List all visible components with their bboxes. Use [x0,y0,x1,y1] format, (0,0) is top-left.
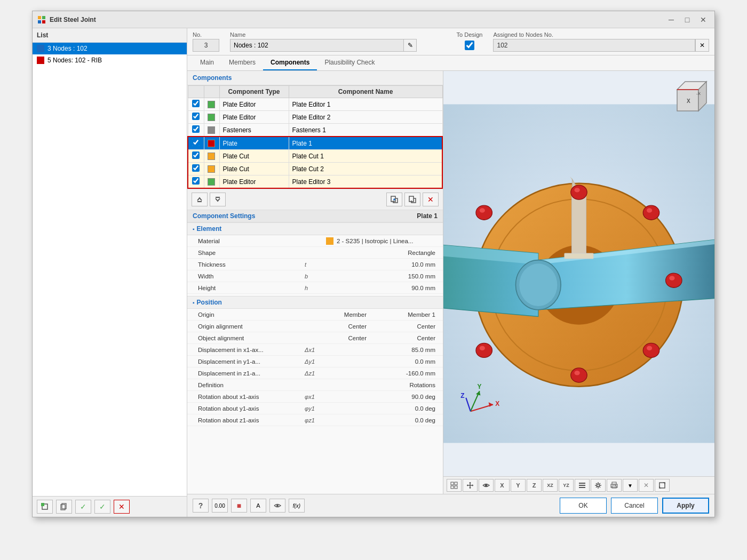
row-type-3: Fasteners [219,124,289,137]
settings-row-obj-align[interactable]: Object alignment Center Center [187,332,443,344]
svg-rect-56 [579,485,585,486]
cancel-button[interactable]: Cancel [611,498,658,514]
vp-btn-xz[interactable]: XZ [543,479,558,492]
vp-btn-print[interactable] [607,479,622,492]
vp-btn-close-view[interactable]: ✕ [639,479,654,492]
component-row-4[interactable]: PlatePlate 1 [188,137,442,150]
vp-btn-settings[interactable] [591,479,606,492]
settings-row-disp-x[interactable]: Displacement in x1-ax... Δx1 85.0 mm [187,344,443,356]
row-name-4: Plate 1 [289,137,442,150]
export-button[interactable] [404,193,420,206]
material-button[interactable]: ■ [231,499,247,513]
svg-point-28 [647,346,652,350]
tab-main[interactable]: Main [193,55,221,70]
ok-button[interactable]: OK [560,498,607,514]
settings-row-material[interactable]: Material 2 - S235 | Isotropic | Linea... [187,235,443,247]
vp-btn-z[interactable]: Z [527,479,542,492]
vp-btn-more[interactable]: ▼ [623,479,638,492]
move-down-button[interactable] [210,193,226,206]
to-design-checkbox[interactable] [465,41,474,50]
svg-point-33 [476,205,492,220]
svg-rect-3 [42,20,45,23]
settings-row-disp-z[interactable]: Displacement in z1-a... Δz1 -160.0 mm [187,367,443,379]
svg-text:-X: -X [696,91,701,96]
svg-point-54 [485,484,488,487]
svg-text:X: X [687,98,690,104]
tab-plausibility[interactable]: Plausibility Check [317,55,382,70]
viewport-3d[interactable]: X Y Z [443,71,714,476]
maximize-button[interactable]: □ [680,14,694,26]
close-button[interactable]: ✕ [696,14,710,26]
settings-row-shape[interactable]: Shape Rectangle [187,247,443,259]
collapse-icon-element: ▪ [193,226,195,232]
bottom-left-buttons: ? 0.00 ■ A f(x) [193,499,305,513]
settings-row-disp-y[interactable]: Displacement in y1-a... Δy1 0.0 mm [187,356,443,367]
tab-components[interactable]: Components [263,55,317,70]
component-row-2[interactable]: Plate EditorPlate Editor 2 [188,111,442,124]
svg-text:X: X [495,400,499,407]
settings-row-rot-y[interactable]: Rotation about y1-axis φy1 0.0 deg [187,403,443,414]
move-up-button[interactable] [192,193,208,206]
components-toolbar: ✕ [187,189,443,210]
material-label: Material [198,238,305,244]
origin-align-label: Origin alignment [198,323,305,330]
viewport-toolbar: X Y Z XZ YZ ▼ [443,476,714,494]
vp-btn-layers[interactable] [575,479,590,492]
list-item-2[interactable]: 5 Nodes: 102 - RIB [33,54,187,66]
check-button-2[interactable]: ✓ [94,500,110,514]
name-edit-button[interactable]: ✎ [403,39,416,51]
svg-point-62 [615,485,616,486]
vp-btn-yz[interactable]: YZ [559,479,574,492]
assigned-field-group: Assigned to Nodes No. 102 ✕ [493,31,709,52]
delete-component-button[interactable]: ✕ [423,193,439,206]
settings-row-height[interactable]: Height h 90.0 mm [187,282,443,294]
component-row-6[interactable]: Plate CutPlate Cut 2 [188,163,442,175]
visibility-button[interactable] [269,499,285,513]
settings-row-width[interactable]: Width b 150.0 mm [187,270,443,282]
vp-btn-eye[interactable] [479,479,494,492]
settings-row-definition[interactable]: Definition Rotations [187,379,443,391]
settings-row-rot-z[interactable]: Rotation about z1-axis φz1 0.0 deg [187,414,443,426]
name-field[interactable]: ✎ [230,39,417,52]
apply-button[interactable]: Apply [662,498,709,514]
svg-point-17 [519,263,557,306]
component-row-7[interactable]: Plate EditorPlate Editor 3 [188,175,442,189]
component-row-3[interactable]: FastenersFasteners 1 [188,124,442,137]
component-row-1[interactable]: Plate EditorPlate Editor 1 [188,98,442,111]
settings-row-rot-x[interactable]: Rotation about x1-axis φx1 90.0 deg [187,391,443,403]
vp-btn-x[interactable]: X [495,479,510,492]
help-button[interactable]: ? [193,499,209,513]
settings-row-origin-align[interactable]: Origin alignment Center Center [187,321,443,332]
element-section-header[interactable]: ▪ Element [187,222,443,235]
settings-plate-label: Plate 1 [417,212,438,220]
add-item-button[interactable] [37,500,53,514]
navigation-cube[interactable]: X -X [666,76,709,121]
vp-btn-pan[interactable] [463,479,478,492]
name-input[interactable] [231,41,403,50]
component-row-5[interactable]: Plate CutPlate Cut 1 [188,150,442,163]
obj-align-label: Object alignment [198,335,305,341]
delete-item-button[interactable]: ✕ [114,500,130,514]
calc-button[interactable]: 0.00 [212,499,228,513]
copy-item-button[interactable] [56,500,72,514]
thickness-label: Thickness [198,261,305,268]
col-header-type: Component Type [219,86,289,98]
vp-btn-views[interactable] [447,479,462,492]
position-section-header[interactable]: ▪ Position [187,296,443,309]
svg-rect-5 [41,503,44,506]
assigned-edit-button[interactable]: ✕ [695,39,709,52]
svg-text:Z: Z [460,392,464,399]
minimize-button[interactable]: ─ [664,14,678,26]
settings-row-thickness[interactable]: Thickness t 10.0 mm [187,259,443,270]
tab-members[interactable]: Members [221,55,263,70]
settings-row-origin[interactable]: Origin Member Member 1 [187,309,443,321]
no-value: 3 [193,39,219,52]
list-item-1[interactable]: 3 Nodes : 102 [33,43,187,54]
section-button[interactable]: A [250,499,266,513]
disp-z-label: Displacement in z1-a... [198,370,305,377]
vp-btn-expand[interactable] [655,479,670,492]
vp-btn-y[interactable]: Y [511,479,526,492]
import-button[interactable] [386,193,402,206]
formula-button[interactable]: f(x) [289,499,305,513]
check-button-1[interactable]: ✓ [75,500,91,514]
